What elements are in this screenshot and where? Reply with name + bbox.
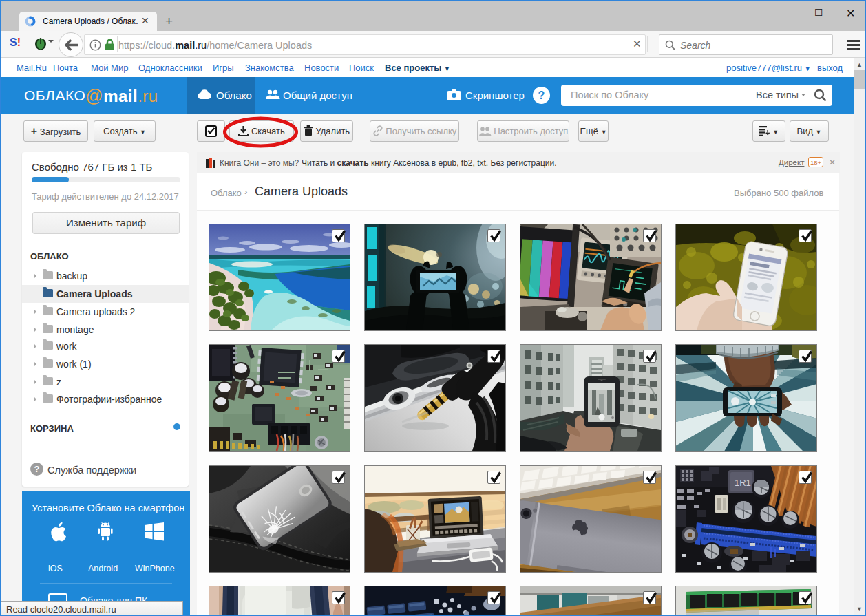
- svg-text:1R1: 1R1: [735, 478, 751, 488]
